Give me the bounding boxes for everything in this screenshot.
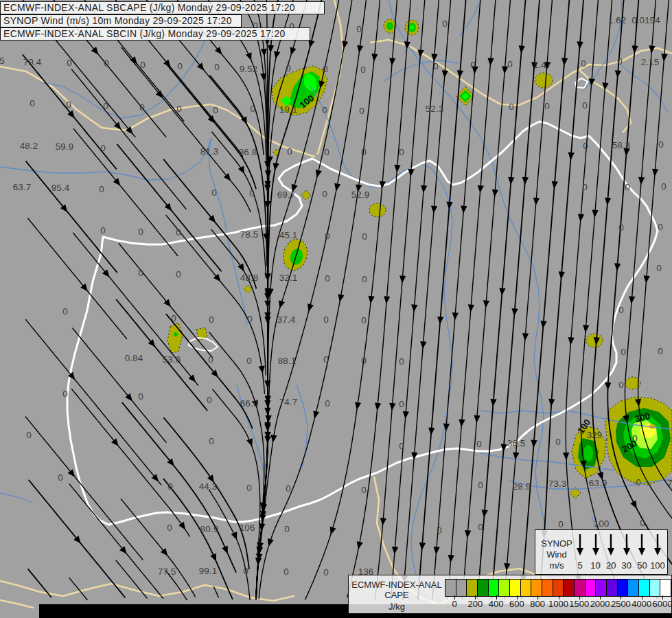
grid-value-label: 0 [67,58,72,68]
flow-arrowhead [548,399,555,407]
grid-value-label: 0 [658,222,663,232]
grid-value-label: 0 [323,567,329,577]
grid-value-label: 79.4 [23,57,42,67]
grid-value-label: 0 [399,356,404,367]
flow-arrowhead [119,546,127,554]
grid-value-label: 0 [661,181,667,192]
grid-value-label: 0 [214,62,220,72]
flow-arrowhead [152,474,159,482]
grid-value-label: 0 [509,102,514,112]
grid-value-label: 48.2 [20,141,38,151]
grid-value-label: 0 [507,59,513,69]
cape-swatch [499,580,510,596]
cape-region [244,285,252,293]
flow-arrowhead [614,263,621,271]
map-canvas: 000001.620.0194579.4000009.520000001.470… [0,0,672,618]
grid-value-label: 95.4 [51,183,70,193]
grid-value-label: 0 [209,436,214,446]
grid-value-label: 77.5 [158,566,176,577]
grid-value-label: 0 [207,395,212,405]
flow-arrowhead [419,542,426,550]
cape-legend-units: J/kg [349,602,445,612]
grid-value-label: 48.8 [240,273,258,283]
cape-swatch [650,580,661,596]
grid-value-label: 44.3 [199,481,217,492]
grid-value-label: 0 [213,105,218,115]
grid-value-label: 0 [138,227,143,237]
cape-swatch [660,580,671,596]
flow-arrowhead [91,47,99,55]
grid-value-label: 0 [437,525,442,536]
grid-value-label: 0 [249,188,255,198]
flow-arrowhead [448,555,454,562]
grid-value-label: 0 [323,314,329,325]
grid-value-label: 0 [360,65,366,75]
river-line [621,65,668,112]
flow-arrowhead [125,393,132,402]
flow-arrowhead [399,275,406,283]
grid-value-label: 0 [103,101,108,111]
flow-arrowhead [384,296,390,304]
flow-arrowhead [246,438,253,446]
flow-arrowhead [487,58,494,65]
streamline [448,0,496,599]
flow-arrowhead [238,165,244,174]
flow-arrowhead [465,530,471,538]
streamline [25,417,143,560]
grid-value-label: 0 [399,399,404,409]
flow-arrowhead [279,300,285,308]
flow-arrowhead [316,170,322,178]
flow-arrowhead [274,51,280,59]
streamline [69,484,163,599]
flow-arrowhead [389,58,395,65]
grid-value-label: 0 [322,189,327,199]
flow-arrowhead [403,411,409,419]
flow-arrowhead [368,296,374,304]
flow-arrowhead [433,547,439,554]
streamline [28,569,51,597]
streamline [491,0,540,599]
streamline [71,69,186,209]
grid-value-label: 32.1 [279,273,297,283]
grid-value-label: 0 [582,100,588,111]
grid-value-label: 0 [208,354,213,365]
wind-arrow-icon [653,533,662,556]
flow-arrowhead [442,70,448,78]
grid-value-label: 69.7 [277,190,295,200]
flow-arrowhead [605,382,611,390]
flow-arrowhead [411,304,417,312]
grid-value-label: 9.52 [240,64,257,74]
country-border-line [0,600,33,608]
grid-value-label: 0 [362,231,367,242]
grid-value-label: 19.1 [279,104,297,115]
grid-value-label: 0 [283,566,289,577]
flow-arrowhead [508,177,514,185]
flow-arrowhead [330,527,336,535]
grid-value-label: 0 [138,268,143,278]
cape-swatch [467,580,478,596]
grid-value-label: 73.3 [548,479,566,489]
cape-region [583,445,593,461]
grid-value-label: 1.62 [608,15,626,25]
grid-value-label: 0 [325,273,330,284]
wind-arrow-icon [576,533,584,556]
grid-value-label: 0 [621,347,626,357]
grid-value-label: 0 [476,439,482,449]
cape-region [535,73,553,88]
flow-arrowhead [178,522,185,530]
grid-value-label: 0 [324,147,329,157]
flow-arrowhead [531,440,537,448]
wind-legend-subtitle: Wind [535,549,578,560]
grid-value-label: 0 [656,263,662,273]
flow-arrowhead [578,214,584,222]
flow-arrowhead [338,294,344,302]
flow-arrowhead [490,399,496,407]
flow-arrowhead [421,185,427,193]
flow-arrowhead [522,333,529,341]
cape-swatch [531,580,542,596]
grid-value-label: 0 [636,477,641,488]
grid-value-label: 106 [240,523,255,533]
grid-value-label: 58.3 [612,140,630,150]
grid-value-label: 7 [667,478,672,488]
flow-arrowhead [231,531,237,540]
